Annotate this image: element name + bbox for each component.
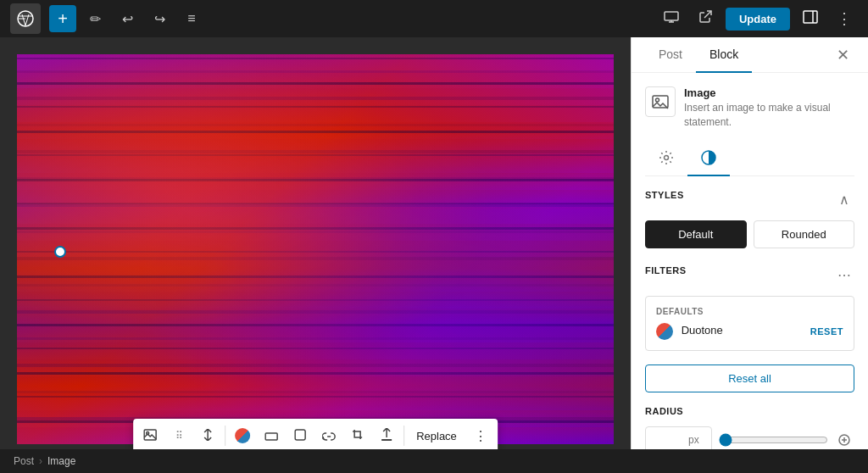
- filters-box: DEFAULTS Duotone RESET: [645, 296, 854, 351]
- filters-section-header: Filters ⋯: [645, 265, 854, 286]
- sidebar-content: Image Insert an image to make a visual s…: [632, 73, 868, 449]
- more-options-button[interactable]: ⋮: [831, 5, 858, 32]
- svg-rect-10: [295, 430, 305, 440]
- more-block-options-button[interactable]: ⋮: [467, 422, 494, 449]
- sidebar: Post Block ✕ Image Insert an image to ma…: [631, 37, 868, 449]
- top-bar: + ✏ ↩ ↪ ≡ Update: [0, 0, 868, 37]
- block-tab-filters[interactable]: [687, 143, 730, 176]
- undo-icon: ↩: [122, 11, 133, 27]
- radius-label: RADIUS: [645, 406, 854, 416]
- breadcrumb-post[interactable]: Post: [14, 455, 34, 467]
- svg-point-13: [665, 155, 669, 159]
- tab-post[interactable]: Post: [645, 37, 696, 73]
- crop-icon: [352, 429, 364, 443]
- redo-icon: ↪: [154, 11, 165, 27]
- block-title: Image: [684, 86, 854, 99]
- styles-label: Styles: [645, 190, 684, 200]
- tab-block[interactable]: Block: [696, 37, 752, 73]
- arrows-icon: [202, 429, 214, 443]
- style-rounded-button[interactable]: Rounded: [754, 220, 855, 248]
- external-icon: [698, 10, 712, 27]
- style-buttons: Default Rounded: [645, 220, 854, 248]
- gear-icon: [659, 155, 674, 168]
- sidebar-header: Post Block ✕: [632, 37, 868, 73]
- link-icon: [322, 429, 336, 443]
- move-up-down-button[interactable]: [194, 422, 221, 449]
- external-link-button[interactable]: [692, 5, 719, 32]
- link-button[interactable]: [315, 422, 342, 449]
- filters-icon: [701, 155, 716, 168]
- main-area: ⠿: [0, 37, 868, 449]
- grayscale-icon: [264, 429, 278, 443]
- duotone-icon: [235, 428, 250, 443]
- image-icon-button[interactable]: [136, 422, 164, 449]
- drag-icon: ⠿: [175, 430, 183, 442]
- filters-label: Filters: [645, 265, 687, 275]
- update-button[interactable]: Update: [726, 8, 790, 31]
- canvas: ⠿: [0, 37, 631, 449]
- defaults-label: DEFAULTS: [656, 307, 843, 316]
- pencil-icon: ✏: [90, 11, 101, 27]
- sidebar-toggle-button[interactable]: [797, 5, 824, 32]
- upload-icon: [381, 428, 392, 444]
- toolbar-divider: [225, 426, 225, 446]
- sidebar-icon: [803, 10, 818, 27]
- styles-section-header: Styles ∧: [645, 190, 854, 210]
- sidebar-close-button[interactable]: ✕: [831, 43, 854, 67]
- desktop-preview-button[interactable]: [658, 5, 685, 32]
- add-block-button[interactable]: +: [49, 5, 76, 32]
- styles-collapse-button[interactable]: ∧: [834, 190, 854, 210]
- breadcrumb-separator: ›: [39, 455, 42, 467]
- link-corners-button[interactable]: [835, 430, 854, 449]
- replace-button[interactable]: Replace: [408, 426, 465, 446]
- filters-options-button[interactable]: ⋯: [834, 265, 854, 286]
- radius-row: px: [645, 426, 854, 449]
- wp-logo[interactable]: [10, 3, 41, 34]
- block-settings-tabs: [645, 143, 854, 176]
- breadcrumb-image: Image: [47, 455, 75, 467]
- image-icon: [143, 428, 157, 444]
- radius-unit: px: [688, 434, 699, 446]
- svg-point-12: [656, 98, 659, 102]
- top-bar-left: + ✏ ↩ ↪ ≡: [10, 3, 205, 34]
- duotone-button[interactable]: [229, 422, 256, 449]
- resize-handle[interactable]: [54, 246, 66, 258]
- drag-handle-button[interactable]: ⠿: [165, 422, 192, 449]
- duotone-reset-button[interactable]: RESET: [810, 326, 843, 337]
- three-dots-icon: ⋯: [837, 267, 851, 283]
- svg-rect-5: [804, 11, 817, 23]
- image-block[interactable]: [17, 54, 614, 444]
- radius-input[interactable]: [653, 433, 687, 446]
- crop-button[interactable]: [344, 422, 371, 449]
- breadcrumb-bar: Post › Image: [0, 449, 868, 473]
- more-icon: ⋮: [837, 9, 852, 28]
- toolbar-divider-2: [403, 426, 404, 446]
- more-options-icon: ⋮: [474, 428, 487, 444]
- duotone-circle-icon: [656, 323, 673, 340]
- desktop-icon: [664, 11, 679, 26]
- upload-button[interactable]: [373, 422, 400, 449]
- svg-rect-1: [665, 12, 678, 20]
- grayscale-button[interactable]: [258, 422, 285, 449]
- document-overview-button[interactable]: ≡: [178, 5, 205, 32]
- list-icon: ≡: [187, 11, 195, 26]
- block-info-text: Image Insert an image to make a visual s…: [684, 86, 854, 130]
- chevron-up-icon: ∧: [839, 192, 849, 208]
- block-tab-settings[interactable]: [645, 143, 687, 176]
- block-info: Image Insert an image to make a visual s…: [645, 86, 854, 130]
- duotone-row: Duotone RESET: [656, 323, 843, 340]
- redo-button[interactable]: ↪: [146, 5, 173, 32]
- svg-rect-9: [265, 433, 277, 440]
- undo-button[interactable]: ↩: [114, 5, 141, 32]
- radius-slider[interactable]: [719, 433, 828, 447]
- border-icon: [294, 429, 306, 443]
- close-icon: ✕: [837, 46, 849, 64]
- style-default-button[interactable]: Default: [645, 220, 747, 248]
- reset-all-button[interactable]: Reset all: [645, 364, 854, 392]
- border-button[interactable]: [287, 422, 314, 449]
- block-description: Insert an image to make a visual stateme…: [684, 101, 854, 130]
- top-bar-right: Update ⋮: [658, 5, 858, 32]
- radius-input-box: px: [645, 426, 712, 449]
- sidebar-tabs: Post Block: [645, 37, 752, 72]
- tools-button[interactable]: ✏: [81, 5, 108, 32]
